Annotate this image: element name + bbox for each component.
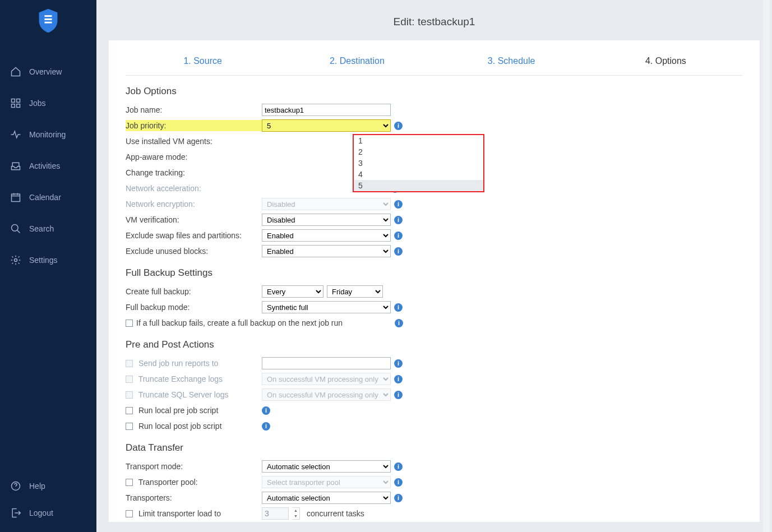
logout-icon bbox=[10, 507, 21, 519]
step-options[interactable]: 4. Options bbox=[589, 53, 743, 75]
app-logo bbox=[0, 8, 96, 34]
transporter-pool-checkbox[interactable] bbox=[126, 479, 133, 486]
pre-script-checkbox[interactable] bbox=[126, 407, 133, 414]
svg-point-8 bbox=[12, 225, 19, 232]
priority-option-1[interactable]: 1 bbox=[354, 135, 483, 146]
page-title: Edit: testbackup1 bbox=[96, 0, 772, 40]
step-schedule[interactable]: 3. Schedule bbox=[434, 53, 589, 75]
svg-rect-7 bbox=[12, 194, 20, 201]
grid-icon bbox=[10, 98, 21, 109]
job-priority-select[interactable]: 5 bbox=[262, 119, 391, 132]
transporter-pool-label: Transporter pool: bbox=[126, 477, 262, 488]
svg-rect-5 bbox=[12, 104, 15, 108]
send-reports-input bbox=[262, 357, 391, 369]
nav-logout[interactable]: Logout bbox=[0, 499, 96, 526]
nav-calendar[interactable]: Calendar bbox=[0, 182, 96, 213]
pulse-icon bbox=[10, 129, 21, 140]
nav-label: Calendar bbox=[29, 193, 61, 202]
nav-label: Settings bbox=[29, 256, 58, 265]
info-icon[interactable]: i bbox=[394, 391, 403, 399]
svg-rect-4 bbox=[17, 99, 20, 103]
info-icon[interactable]: i bbox=[394, 122, 403, 130]
wizard-steps: 1. Source 2. Destination 3. Schedule 4. … bbox=[126, 53, 743, 76]
svg-rect-3 bbox=[12, 99, 15, 103]
svg-rect-0 bbox=[44, 15, 52, 17]
section-job-options-title: Job Options bbox=[126, 86, 743, 97]
info-icon[interactable]: i bbox=[394, 462, 403, 471]
calendar-icon bbox=[10, 192, 21, 203]
create-full-freq-select[interactable]: Every bbox=[262, 285, 323, 298]
svg-point-9 bbox=[15, 259, 17, 262]
section-data-transfer-title: Data Transfer bbox=[126, 442, 743, 454]
home-icon bbox=[10, 66, 21, 77]
info-icon[interactable]: i bbox=[394, 303, 403, 312]
nav-search[interactable]: Search bbox=[0, 213, 96, 244]
vm-verif-label: VM verification: bbox=[126, 214, 262, 225]
limit-load-value: 3 bbox=[262, 507, 289, 520]
tray-icon bbox=[10, 160, 21, 172]
scrollbar[interactable] bbox=[763, 0, 770, 532]
net-enc-label: Network encryption: bbox=[126, 198, 262, 210]
nav-label: Monitoring bbox=[29, 130, 66, 139]
transporters-label: Transporters: bbox=[126, 492, 262, 503]
vm-verif-select[interactable]: Disabled bbox=[262, 214, 391, 226]
priority-option-4[interactable]: 4 bbox=[354, 169, 483, 180]
info-icon[interactable]: i bbox=[395, 319, 403, 327]
svg-rect-2 bbox=[44, 22, 52, 24]
gear-icon bbox=[10, 255, 21, 266]
excl-unused-label: Exclude unused blocks: bbox=[126, 246, 262, 257]
trunc-sql-checkbox bbox=[126, 391, 133, 399]
post-script-label: Run local post job script bbox=[126, 420, 262, 432]
use-agents-label: Use installed VM agents: bbox=[126, 136, 262, 147]
nav-jobs[interactable]: Jobs bbox=[0, 87, 96, 119]
limit-load-spinner[interactable]: ▲▼ bbox=[292, 507, 300, 520]
info-icon[interactable]: i bbox=[394, 216, 403, 224]
nav-settings[interactable]: Settings bbox=[0, 244, 96, 276]
info-icon[interactable]: i bbox=[394, 478, 403, 487]
info-icon[interactable]: i bbox=[394, 359, 403, 368]
nav-label: Help bbox=[29, 482, 45, 491]
pre-script-label: Run local pre job script bbox=[126, 405, 262, 416]
info-icon[interactable]: i bbox=[394, 232, 403, 240]
transporters-select[interactable]: Automatic selection bbox=[262, 492, 391, 504]
info-icon[interactable]: i bbox=[394, 375, 403, 383]
priority-option-5[interactable]: 5 bbox=[354, 180, 483, 191]
nav-help[interactable]: Help bbox=[0, 473, 96, 499]
post-script-checkbox[interactable] bbox=[126, 423, 133, 430]
net-enc-select: Disabled bbox=[262, 198, 391, 210]
full-mode-select[interactable]: Synthetic full bbox=[262, 301, 391, 313]
priority-option-3[interactable]: 3 bbox=[354, 158, 483, 169]
excl-unused-select[interactable]: Enabled bbox=[262, 245, 391, 257]
info-icon[interactable]: i bbox=[394, 494, 403, 502]
svg-rect-1 bbox=[44, 18, 52, 20]
priority-option-2[interactable]: 2 bbox=[354, 146, 483, 158]
info-icon[interactable]: i bbox=[394, 200, 403, 209]
nav-main: Overview Jobs Monitoring Activities Cale… bbox=[0, 56, 96, 473]
info-icon[interactable]: i bbox=[394, 247, 403, 256]
help-icon bbox=[10, 480, 21, 492]
send-reports-checkbox bbox=[126, 360, 133, 367]
nav-overview[interactable]: Overview bbox=[0, 56, 96, 87]
nav-activities[interactable]: Activities bbox=[0, 150, 96, 182]
nav-monitoring[interactable]: Monitoring bbox=[0, 119, 96, 150]
limit-load-checkbox[interactable] bbox=[126, 510, 133, 517]
nav-label: Activities bbox=[29, 161, 60, 170]
limit-load-label: Limit transporter load to bbox=[126, 508, 262, 519]
info-icon[interactable]: i bbox=[262, 406, 270, 415]
on-fail-checkbox[interactable] bbox=[126, 320, 133, 327]
options-card: 1. Source 2. Destination 3. Schedule 4. … bbox=[109, 40, 760, 522]
trunc-sql-label: Truncate SQL Server logs bbox=[126, 389, 262, 400]
transport-mode-select[interactable]: Automatic selection bbox=[262, 460, 391, 473]
create-full-day-select[interactable]: Friday bbox=[327, 285, 383, 298]
info-icon[interactable]: i bbox=[262, 422, 270, 431]
step-source[interactable]: 1. Source bbox=[126, 53, 280, 75]
step-destination[interactable]: 2. Destination bbox=[280, 53, 434, 75]
trunc-exch-label: Truncate Exchange logs bbox=[126, 373, 262, 385]
nav-label: Jobs bbox=[29, 99, 46, 108]
job-name-input[interactable] bbox=[262, 104, 391, 116]
nav-label: Logout bbox=[29, 508, 53, 517]
limit-load-suffix: concurrent tasks bbox=[307, 509, 364, 518]
sidebar: Overview Jobs Monitoring Activities Cale… bbox=[0, 0, 96, 532]
excl-swap-select[interactable]: Enabled bbox=[262, 229, 391, 242]
trunc-sql-select: On successful VM processing only bbox=[262, 388, 391, 401]
